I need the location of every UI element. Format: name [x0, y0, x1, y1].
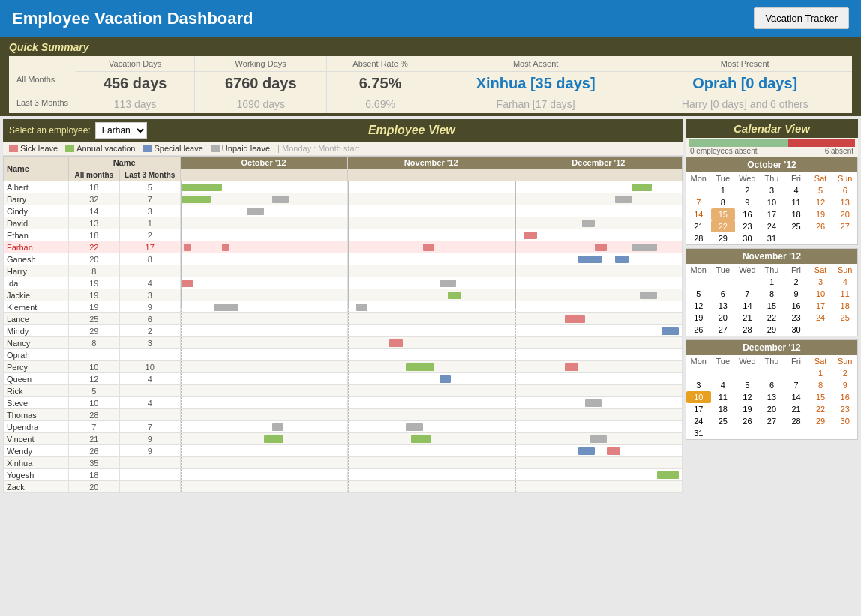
cal-day[interactable]: 30 [735, 232, 760, 244]
cal-day[interactable]: 12 [808, 196, 833, 208]
cal-day[interactable]: 13 [760, 391, 784, 403]
cal-day[interactable]: 8 [711, 196, 736, 208]
cal-day[interactable]: 14 [735, 300, 760, 312]
cal-day[interactable]: 25 [832, 312, 857, 324]
cal-day[interactable]: 16 [735, 208, 760, 220]
vacation-days-header: Name [68, 157, 180, 169]
cal-day[interactable]: 18 [711, 403, 736, 415]
cal-day[interactable]: 29 [760, 324, 784, 336]
cal-day[interactable]: 9 [832, 379, 857, 391]
cal-day[interactable]: 23 [832, 403, 857, 415]
cal-day[interactable]: 23 [735, 220, 760, 232]
cal-day[interactable]: 13 [832, 196, 857, 208]
cal-day[interactable]: 19 [686, 312, 711, 324]
cal-day[interactable]: 14 [784, 391, 808, 403]
cal-day[interactable]: 22 [760, 312, 784, 324]
cal-day[interactable]: 31 [686, 427, 711, 439]
cal-day[interactable]: 5 [808, 184, 833, 196]
cal-day[interactable]: 15 [808, 391, 833, 403]
cal-day[interactable]: 16 [832, 391, 857, 403]
cal-day[interactable]: 16 [784, 300, 808, 312]
cal-day[interactable]: 7 [686, 196, 711, 208]
cal-day[interactable]: 23 [784, 312, 808, 324]
cal-day[interactable]: 15 [711, 208, 736, 220]
cal-day[interactable]: 28 [784, 415, 808, 427]
cal-day[interactable]: 9 [735, 196, 760, 208]
cal-day[interactable]: 21 [686, 220, 711, 232]
cal-day[interactable]: 1 [808, 367, 833, 379]
cal-day[interactable]: 31 [760, 232, 784, 244]
cal-day[interactable]: 8 [760, 288, 784, 300]
employee-name: David [4, 217, 69, 229]
cal-day[interactable]: 25 [711, 415, 736, 427]
cal-day[interactable]: 10 [808, 288, 833, 300]
cal-day[interactable]: 1 [760, 276, 784, 288]
cal-day[interactable]: 30 [784, 324, 808, 336]
cal-day[interactable]: 8 [808, 379, 833, 391]
cal-day[interactable]: 27 [711, 324, 736, 336]
cal-day[interactable]: 15 [760, 300, 784, 312]
cal-day[interactable]: 14 [686, 208, 711, 220]
cal-day[interactable]: 7 [784, 379, 808, 391]
cal-day[interactable]: 12 [735, 391, 760, 403]
cal-day[interactable]: 4 [784, 184, 808, 196]
cal-day[interactable]: 27 [760, 415, 784, 427]
cal-day[interactable]: 12 [686, 300, 711, 312]
cal-day[interactable]: 2 [832, 367, 857, 379]
col-nov: November '12 [347, 157, 514, 169]
cal-day[interactable]: 3 [808, 276, 833, 288]
cal-day[interactable]: 11 [784, 196, 808, 208]
cal-day[interactable]: 17 [808, 300, 833, 312]
cal-day[interactable]: 6 [760, 379, 784, 391]
employee-select[interactable]: Farhan Albert Barry [95, 122, 147, 139]
cal-day[interactable]: 6 [832, 184, 857, 196]
cal-day[interactable]: 10 [686, 391, 711, 403]
cal-day[interactable]: 11 [711, 391, 736, 403]
cal-day[interactable]: 17 [686, 403, 711, 415]
cal-day[interactable]: 21 [735, 312, 760, 324]
vacation-tracker-button[interactable]: Vacation Tracker [754, 7, 849, 29]
cal-day[interactable]: 24 [686, 415, 711, 427]
cal-day[interactable]: 5 [686, 288, 711, 300]
cal-day[interactable]: 18 [832, 300, 857, 312]
cal-day[interactable]: 7 [735, 288, 760, 300]
cal-day[interactable]: 4 [832, 276, 857, 288]
cal-day[interactable]: 26 [686, 324, 711, 336]
cal-day[interactable]: 22 [808, 403, 833, 415]
gantt-nov-barry [347, 193, 514, 205]
cal-day[interactable]: 27 [832, 220, 857, 232]
cal-day[interactable]: 5 [735, 379, 760, 391]
cal-day[interactable]: 9 [784, 288, 808, 300]
cal-day[interactable]: 20 [760, 403, 784, 415]
cal-day[interactable]: 20 [832, 208, 857, 220]
cal-day[interactable]: 29 [711, 232, 736, 244]
cal-day[interactable]: 10 [760, 196, 784, 208]
cal-day[interactable]: 26 [808, 220, 833, 232]
cal-day[interactable]: 6 [711, 288, 736, 300]
cal-day[interactable]: 19 [808, 208, 833, 220]
cal-day[interactable]: 24 [808, 312, 833, 324]
cal-day[interactable]: 17 [760, 208, 784, 220]
cal-day[interactable]: 20 [711, 312, 736, 324]
cal-day[interactable]: 28 [735, 324, 760, 336]
cal-day[interactable]: 21 [784, 403, 808, 415]
cal-day[interactable]: 19 [735, 403, 760, 415]
cal-day[interactable]: 24 [760, 220, 784, 232]
cal-day[interactable]: 22 [711, 220, 736, 232]
cal-day[interactable]: 4 [711, 379, 736, 391]
cal-day[interactable]: 25 [784, 220, 808, 232]
cal-day[interactable]: 28 [686, 232, 711, 244]
cal-day[interactable]: 11 [832, 288, 857, 300]
cal-day[interactable]: 29 [808, 415, 833, 427]
cal-day[interactable]: 13 [711, 300, 736, 312]
cal-day[interactable]: 3 [686, 379, 711, 391]
cal-day[interactable]: 1 [711, 184, 736, 196]
cal-day[interactable]: 26 [735, 415, 760, 427]
cal-day[interactable]: 3 [760, 184, 784, 196]
cal-day[interactable]: 30 [832, 415, 857, 427]
cal-day[interactable]: 2 [735, 184, 760, 196]
gantt-dec-steve [514, 397, 682, 409]
cal-day[interactable]: 2 [784, 276, 808, 288]
absence-bar-container: 0 employees absent 6 absent [686, 138, 858, 157]
cal-day[interactable]: 18 [784, 208, 808, 220]
